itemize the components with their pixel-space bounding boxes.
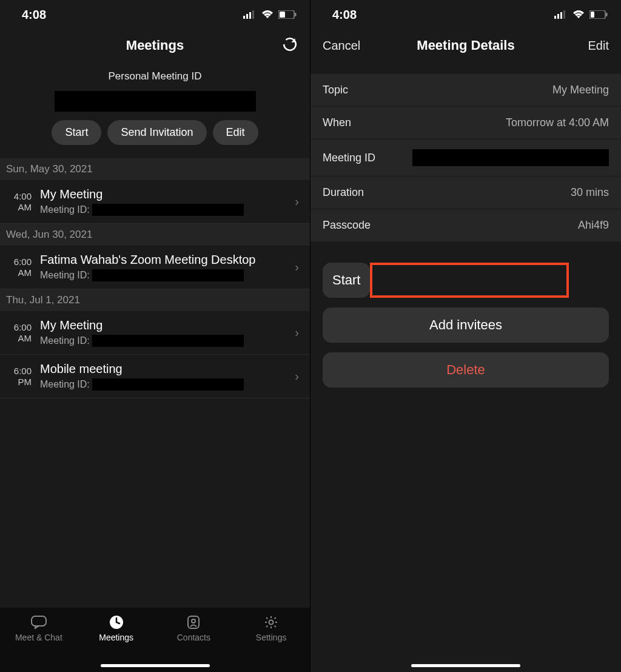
pmi-buttons: Start Send Invitation Edit	[52, 120, 258, 145]
meeting-details-screen: 4:08 Cancel Meeting Details Edit Topic M…	[310, 0, 621, 672]
contact-icon	[184, 615, 203, 630]
meeting-title: Fatima Wahab's Zoom Meeting Desktop	[40, 253, 291, 267]
meeting-time: 4:00 AM	[5, 191, 36, 213]
chat-icon	[30, 615, 48, 630]
svg-rect-15	[563, 10, 565, 19]
detail-row-topic[interactable]: Topic My Meeting	[310, 74, 621, 107]
detail-row-passcode[interactable]: Passcode Ahi4f9	[310, 209, 621, 242]
meeting-time: 6:00 PM	[5, 366, 36, 388]
pmi-label: Personal Meeting ID	[108, 70, 201, 82]
meeting-id-line: Meeting ID:	[40, 204, 291, 216]
svg-rect-2	[249, 12, 251, 19]
meeting-id-redacted	[92, 378, 244, 391]
svg-rect-13	[557, 14, 559, 19]
svg-rect-6	[295, 13, 297, 16]
svg-point-11	[269, 620, 274, 625]
detail-label: Topic	[323, 84, 348, 96]
meeting-id-redacted	[412, 149, 609, 166]
svg-rect-0	[243, 16, 245, 19]
meeting-id-line: Meeting ID:	[40, 335, 291, 347]
meetings-screen: 4:08 Meetings Personal Meeting ID Start …	[0, 0, 310, 672]
edit-button[interactable]: Edit	[588, 39, 609, 53]
meeting-id-line: Meeting ID:	[40, 378, 291, 391]
status-time: 4:08	[22, 8, 46, 22]
detail-label: Duration	[323, 186, 364, 199]
time-ampm: PM	[5, 377, 32, 388]
tab-bar: Meet & Chat Meetings Contacts Settings	[0, 608, 310, 672]
detail-value: Tomorrow at 4:00 AM	[506, 116, 609, 129]
meeting-id-redacted	[92, 335, 244, 347]
date-header: Thu, Jul 1, 2021	[0, 289, 310, 311]
tab-contacts[interactable]: Contacts	[155, 615, 233, 642]
detail-value: Ahi4f9	[578, 219, 609, 232]
status-bar: 4:08	[310, 0, 621, 29]
detail-value: My Meeting	[552, 84, 609, 96]
tab-meetings[interactable]: Meetings	[78, 615, 155, 642]
meeting-row[interactable]: 6:00 AM My Meeting Meeting ID: ›	[0, 311, 310, 355]
meeting-info: Fatima Wahab's Zoom Meeting Desktop Meet…	[36, 253, 291, 281]
tab-label: Contacts	[177, 633, 210, 642]
date-header: Wed, Jun 30, 2021	[0, 224, 310, 246]
svg-point-10	[192, 619, 195, 623]
start-button-highlight: Start	[323, 263, 609, 298]
delete-meeting-button[interactable]: Delete	[323, 352, 609, 388]
status-bar: 4:08	[0, 0, 310, 29]
meeting-row[interactable]: 6:00 PM Mobile meeting Meeting ID: ›	[0, 355, 310, 398]
meeting-id-prefix: Meeting ID:	[40, 204, 90, 215]
svg-rect-17	[591, 12, 594, 18]
svg-rect-1	[246, 14, 248, 19]
time-value: 4:00	[14, 191, 32, 201]
meeting-id-redacted	[92, 269, 244, 281]
meeting-info: Mobile meeting Meeting ID:	[36, 362, 291, 391]
detail-value: 30 mins	[571, 186, 609, 199]
detail-label: When	[323, 116, 351, 129]
wifi-icon	[261, 10, 274, 19]
battery-icon	[278, 10, 297, 19]
nav-bar-right: Cancel Meeting Details Edit	[310, 29, 621, 62]
detail-row-meeting-id[interactable]: Meeting ID	[310, 139, 621, 176]
gear-icon	[262, 615, 280, 630]
pmi-id-redacted	[55, 91, 256, 112]
home-indicator[interactable]	[101, 664, 210, 667]
time-value: 6:00	[14, 322, 32, 332]
refresh-icon	[282, 36, 298, 52]
nav-title: Meetings	[0, 38, 310, 53]
meeting-id-line: Meeting ID:	[40, 269, 291, 281]
meeting-time: 6:00 AM	[5, 257, 36, 278]
home-indicator[interactable]	[411, 664, 520, 667]
detail-label: Passcode	[323, 219, 371, 232]
meeting-id-prefix: Meeting ID:	[40, 335, 90, 346]
start-meeting-button[interactable]: Start	[323, 263, 370, 298]
svg-rect-14	[560, 12, 562, 19]
send-invitation-button[interactable]: Send Invitation	[107, 120, 206, 145]
time-value: 6:00	[14, 257, 32, 267]
add-invitees-button[interactable]: Add invitees	[323, 307, 609, 343]
meeting-row[interactable]: 6:00 AM Fatima Wahab's Zoom Meeting Desk…	[0, 246, 310, 289]
tab-label: Meet & Chat	[15, 633, 62, 642]
time-ampm: AM	[5, 267, 32, 278]
date-header: Sun, May 30, 2021	[0, 158, 310, 180]
meeting-title: My Meeting	[40, 187, 291, 201]
meeting-row[interactable]: 4:00 AM My Meeting Meeting ID: ›	[0, 180, 310, 224]
start-button[interactable]: Start	[52, 120, 101, 145]
cancel-button[interactable]: Cancel	[323, 39, 360, 53]
time-value: 6:00	[14, 366, 32, 376]
tab-label: Meetings	[99, 633, 133, 642]
tab-meet-chat[interactable]: Meet & Chat	[0, 615, 78, 642]
meeting-title: My Meeting	[40, 318, 291, 332]
tab-settings[interactable]: Settings	[232, 615, 310, 642]
detail-row-duration[interactable]: Duration 30 mins	[310, 176, 621, 209]
chevron-right-icon: ›	[291, 369, 303, 383]
detail-row-when[interactable]: When Tomorrow at 4:00 AM	[310, 107, 621, 139]
refresh-button[interactable]	[282, 36, 298, 55]
svg-rect-7	[32, 616, 46, 626]
meeting-id-prefix: Meeting ID:	[40, 379, 90, 390]
edit-button[interactable]: Edit	[213, 120, 258, 145]
chevron-right-icon: ›	[291, 326, 303, 340]
highlight-frame	[370, 263, 569, 298]
action-buttons: Start Add invitees Delete	[310, 242, 621, 388]
detail-list: Topic My Meeting When Tomorrow at 4:00 A…	[310, 74, 621, 242]
time-ampm: AM	[5, 333, 32, 344]
svg-rect-3	[252, 10, 254, 19]
meeting-title: Mobile meeting	[40, 362, 291, 376]
